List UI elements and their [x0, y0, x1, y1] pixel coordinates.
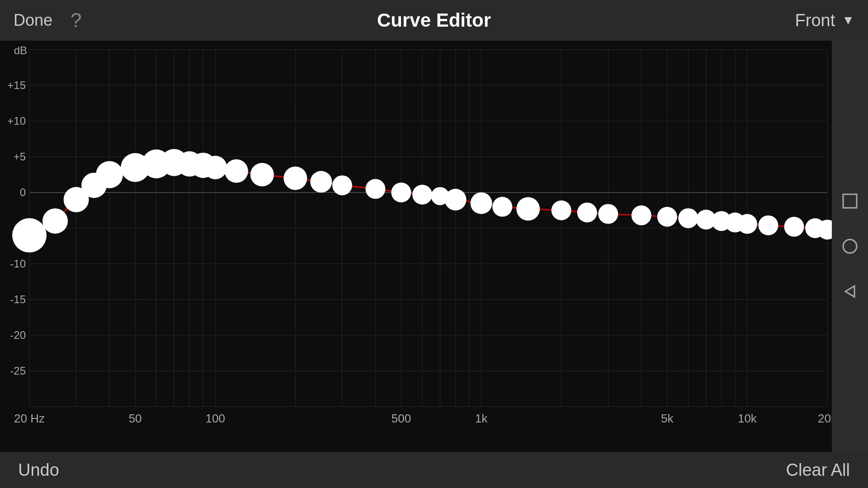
main-area — [0, 41, 868, 452]
chevron-down-icon[interactable]: ▼ — [842, 13, 854, 28]
help-icon[interactable]: ? — [71, 9, 81, 32]
header-left: Done ? — [14, 9, 294, 32]
chart-container — [0, 41, 832, 452]
undo-button[interactable]: Undo — [18, 460, 59, 480]
clear-all-button[interactable]: Clear All — [786, 460, 850, 480]
right-sidebar — [832, 41, 868, 452]
back-icon[interactable] — [841, 282, 859, 300]
svg-point-1 — [843, 239, 857, 253]
bottom-bar: Undo Clear All — [0, 452, 868, 488]
page-title: Curve Editor — [377, 9, 491, 31]
circle-icon[interactable] — [841, 237, 859, 255]
square-icon[interactable] — [841, 192, 859, 210]
header-center: Curve Editor — [294, 9, 574, 31]
eq-chart[interactable] — [0, 41, 832, 429]
x-axis — [0, 429, 832, 452]
header: Done ? Curve Editor Front ▼ — [0, 0, 868, 41]
channel-dropdown-label: Front — [795, 11, 835, 30]
svg-marker-2 — [845, 286, 854, 297]
header-right: Front ▼ — [574, 11, 854, 30]
done-button[interactable]: Done — [14, 11, 52, 30]
svg-rect-0 — [843, 194, 857, 208]
